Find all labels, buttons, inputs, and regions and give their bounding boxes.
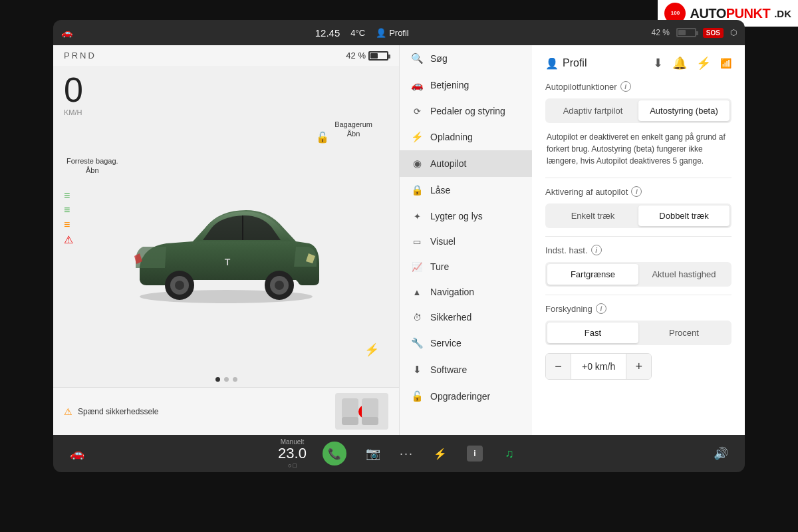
menu-software[interactable]: ⬇ Software — [400, 356, 532, 383]
taskbar-car-icon[interactable]: 🚗 — [66, 443, 88, 464]
menu-service-label: Service — [430, 338, 462, 348]
taskbar-speed: Manuelt 23.0 ○ □ — [278, 438, 307, 468]
battery-fill-small — [370, 53, 378, 59]
menu-sikkerhed-label: Sikkerhed — [430, 312, 471, 323]
dobbelt-traek-btn[interactable]: Dobbelt træk — [638, 205, 730, 226]
bluetooth-taskbar-icon[interactable]: ⚡ — [430, 443, 451, 464]
menu-opgraderinger[interactable]: 🔓 Opgraderinger — [400, 383, 532, 410]
menu-ture[interactable]: 📈 Ture — [400, 254, 532, 279]
menu-software-label: Software — [430, 364, 467, 375]
charge-icon: ⚡ — [364, 342, 379, 357]
autopilot-section-label: Autopilotfunktioner i — [545, 81, 732, 92]
menu-lygter-label: Lygter og lys — [430, 211, 483, 221]
inst-hast-label: Indst. hast. i — [545, 245, 732, 255]
dots-indicator — [53, 377, 399, 387]
fartgraense-btn[interactable]: Fartgrænse — [547, 264, 638, 285]
status-bar-center: 12.45 4°C 👤 Profil — [315, 27, 409, 39]
procent-btn[interactable]: Procent — [638, 323, 730, 343]
car-area: ≡ ≡ ≡ ⚠ Bagagerum Åbn 🔓 Forreste bagag. … — [53, 116, 399, 377]
menu-navigation[interactable]: ▲ Navigation — [400, 279, 532, 305]
menu-pedaler[interactable]: ⟳ Pedaler og styring — [400, 98, 532, 124]
autopunkt-dk: .DK — [774, 8, 791, 19]
menu-soeg[interactable]: 🔍 Søg — [400, 45, 532, 72]
menu-sikkerhed[interactable]: ⏱ Sikkerhed — [400, 305, 532, 330]
menu-ture-label: Ture — [430, 261, 449, 272]
menu-lygter[interactable]: ✦ Lygter og lys — [400, 203, 532, 229]
drive-icon: 🚗 — [61, 27, 72, 38]
status-bar: 🚗 12.45 4°C 👤 Profil 42 % SOS ⬡ — [53, 20, 745, 45]
menu-laase[interactable]: 🔒 Låse — [400, 177, 532, 203]
status-bar-left: 🚗 — [61, 27, 72, 38]
battery-bar — [676, 28, 696, 37]
speed-number: 0 — [64, 72, 388, 107]
enkelt-traek-btn[interactable]: Enkelt træk — [547, 205, 638, 226]
menu-visuel[interactable]: ▭ Visuel — [400, 229, 532, 254]
aktivering-btn-group: Enkelt træk Dobbelt træk — [545, 203, 732, 228]
autopilot-btn-group: Adaptiv fartpilot Autostyring (beta) — [545, 98, 732, 123]
menu-service[interactable]: 🔧 Service — [400, 330, 532, 356]
plus-btn[interactable]: + — [626, 354, 651, 379]
phone-btn[interactable]: 📞 — [323, 442, 346, 466]
tesla-car-svg: T — [120, 187, 332, 307]
svg-text:T: T — [225, 257, 231, 267]
aktuel-hast-btn[interactable]: Aktuel hastighed — [638, 264, 730, 285]
minus-btn[interactable]: − — [546, 354, 571, 379]
warning-bar: ⚠ Spænd sikkerhedssele ! — [53, 387, 399, 435]
dot-3 — [233, 377, 237, 382]
more-options[interactable]: ··· — [400, 447, 414, 461]
menu-pedaler-icon: ⟳ — [410, 106, 424, 116]
signal-icon: 📶 — [720, 58, 732, 68]
menu-lygter-icon: ✦ — [410, 211, 424, 221]
indicator-1: ≡ — [64, 190, 73, 201]
bluetooth-icon[interactable]: ⚡ — [696, 56, 711, 70]
svg-point-4 — [175, 281, 184, 290]
svg-rect-10 — [342, 417, 358, 425]
dot-2 — [224, 377, 229, 382]
taskbar-right: 🔊 — [710, 443, 732, 464]
warning-icon: ⚠ — [64, 406, 72, 417]
menu-soeg-icon: 🔍 — [410, 53, 424, 65]
dot-1 — [215, 377, 220, 382]
speed-display: 0 KM/H — [53, 66, 399, 116]
download-icon[interactable]: ⬇ — [653, 56, 663, 70]
bell-icon[interactable]: 🔔 — [672, 56, 687, 70]
airbag-icon: ⬡ — [730, 28, 737, 37]
hast-btn-group: Fartgrænse Aktuel hastighed — [545, 262, 732, 287]
camera-icon[interactable]: 📷 — [362, 443, 384, 464]
menu-sikkerhed-icon: ⏱ — [410, 313, 424, 323]
divider-3 — [545, 295, 732, 295]
adaptiv-fartpilot-btn[interactable]: Adaptiv fartpilot — [547, 100, 638, 121]
menu-betjening[interactable]: 🚗 Betjening — [400, 72, 532, 98]
autostyring-btn[interactable]: Autostyring (beta) — [638, 100, 730, 121]
settings-title: 👤 Profil — [545, 57, 587, 70]
indicator-4: ⚠ — [64, 233, 73, 246]
spotify-icon[interactable]: ♫ — [499, 443, 520, 464]
info-icon-forskydning[interactable]: i — [596, 303, 606, 314]
menu-navigation-icon: ▲ — [410, 287, 424, 297]
menu-autopilot-icon: ◉ — [410, 158, 424, 170]
info-icon-hast[interactable]: i — [591, 245, 602, 255]
volume-icon[interactable]: 🔊 — [710, 443, 732, 464]
indicator-2: ≡ — [64, 204, 73, 216]
fast-btn[interactable]: Fast — [547, 323, 638, 343]
menu-autopilot[interactable]: ◉ Autopilot — [400, 150, 532, 177]
lock-icon: 🔓 — [316, 131, 329, 144]
taskbar-speed-sub: ○ □ — [278, 462, 307, 469]
menu-opladning[interactable]: ⚡ Opladning — [400, 124, 532, 150]
screen-bezel: 🚗 12.45 4°C 👤 Profil 42 % SOS ⬡ PRND — [53, 20, 745, 472]
info-icon-autopilot[interactable]: i — [620, 81, 631, 92]
divider-1 — [545, 178, 732, 178]
menu-software-icon: ⬇ — [410, 364, 424, 376]
taskbar-left: 🚗 — [66, 443, 88, 464]
speed-offset-control: − +0 km/h + — [545, 353, 652, 380]
svg-rect-9 — [342, 398, 358, 418]
speed-unit: KM/H — [64, 108, 388, 116]
indicator-3: ≡ — [64, 219, 73, 231]
info-icon-aktivering[interactable]: i — [631, 186, 642, 197]
menu-ture-icon: 📈 — [410, 262, 424, 272]
bagagerum-label: Bagagerum Åbn — [334, 120, 372, 139]
info-taskbar-btn[interactable]: i — [467, 446, 483, 462]
menu-opladning-label: Opladning — [430, 132, 473, 142]
battery-fill — [678, 30, 686, 35]
menu-visuel-label: Visuel — [430, 236, 456, 247]
